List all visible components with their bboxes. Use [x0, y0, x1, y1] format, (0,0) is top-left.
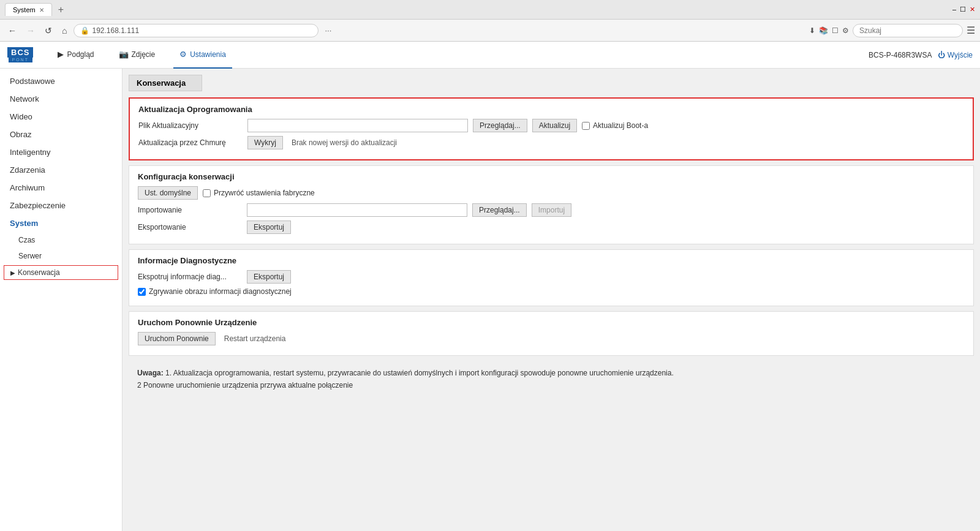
username-label: BCS-P-468R3WSA	[869, 51, 932, 59]
tab-ustawienia[interactable]: ⚙ Ustawienia	[173, 42, 232, 69]
logo-top: BCS	[7, 47, 33, 58]
przegladaj-importowanie-button[interactable]: Przeglądaj...	[472, 203, 527, 217]
tab-ustawienia-label: Ustawienia	[190, 50, 226, 59]
sidebar-item-obraz[interactable]: Obraz	[0, 126, 122, 143]
minimize-button[interactable]: –	[952, 6, 956, 13]
close-button[interactable]: ✕	[970, 6, 975, 13]
tab-icon[interactable]: ☐	[832, 26, 839, 35]
navbar-right: ⬇ 📚 ☐ ⚙	[809, 26, 849, 35]
importuj-button[interactable]: Importuj	[532, 203, 571, 217]
przegladaj-firmware-button[interactable]: Przeglądaj...	[473, 119, 527, 132]
ustawienia-icon: ⚙	[179, 50, 187, 59]
diagnostyczne-title: Informacje Diagnostyczne	[138, 256, 965, 265]
chmura-label: Aktualizacja przez Chmurę	[138, 138, 243, 147]
download-icon[interactable]: ⬇	[809, 26, 815, 35]
section-diagnostyczne: Informacje Diagnostyczne Ekspotruj infor…	[129, 249, 974, 306]
menu-icon[interactable]: ☰	[967, 24, 975, 36]
konfiguracja-title: Konfiguracja konserwacji	[138, 172, 965, 181]
importowanie-input[interactable]	[247, 203, 467, 217]
restore-button[interactable]: ☐	[960, 6, 966, 13]
plik-label: Plik Aktualizacyjny	[138, 121, 243, 130]
eksportowanie-label: Eksportowanie	[138, 223, 242, 232]
tab-close-icon[interactable]: ✕	[39, 7, 44, 13]
lock-icon: 🔒	[80, 26, 89, 35]
browser-tab[interactable]: System ✕	[5, 3, 52, 16]
settings-icon[interactable]: ⚙	[842, 26, 849, 35]
exit-icon: ⏻	[938, 51, 945, 59]
sidebar-item-wideo[interactable]: Wideo	[0, 108, 122, 126]
section-konfiguracja: Konfiguracja konserwacji Ust. domyślne P…	[129, 165, 974, 244]
forward-button[interactable]: →	[23, 24, 38, 37]
zgrywanie-row: Zgrywanie obrazu informacji diagnostyczn…	[138, 287, 965, 296]
restart-row: Uruchom Ponownie Restart urządzenia	[138, 332, 965, 345]
page-title: Konserwacja	[129, 75, 202, 91]
back-button[interactable]: ←	[5, 24, 20, 37]
app-header: BCS PONT ▶ Podgląd 📷 Zdjęcie ⚙ Ustawieni…	[0, 42, 980, 69]
plik-input[interactable]	[247, 119, 468, 132]
zgrywanie-checkbox-row: Zgrywanie obrazu informacji diagnostyczn…	[138, 287, 292, 296]
note-label: Uwaga:	[137, 369, 164, 377]
firmware-file-row: Plik Aktualizacyjny Przeglądaj... Aktual…	[138, 119, 964, 132]
boot-checkbox-row: Aktualizuj Boot-a	[582, 121, 648, 130]
restart-title: Uruchom Ponownie Urządzenie	[138, 318, 965, 327]
ust-default-row: Ust. domyślne Przywróć ustawienia fabryc…	[138, 186, 965, 200]
konserwacja-arrow: ▶	[10, 269, 15, 276]
firmware-title: Aktualizacja Oprogramowania	[138, 105, 964, 114]
logo-bottom: PONT	[9, 58, 32, 62]
sidebar-subitem-czas[interactable]: Czas	[0, 232, 122, 248]
browser-titlebar: System ✕ + – ☐ ✕	[0, 0, 980, 20]
note-line1: 1. Aktualizacja oprogramowania, restart …	[165, 369, 674, 377]
chmura-row: Aktualizacja przez Chmurę Wykryj Brak no…	[138, 136, 964, 149]
sidebar-subitem-konserwacja[interactable]: ▶ Konserwacja	[4, 265, 118, 280]
browser-navbar: ← → ↺ ⌂ 🔒 192.168.1.111 ··· ⬇ 📚 ☐ ⚙ ☰	[0, 20, 980, 42]
tab-podglad[interactable]: ▶ Podgląd	[51, 42, 100, 69]
ust-domyslne-button[interactable]: Ust. domyślne	[138, 186, 198, 200]
importowanie-label: Importowanie	[138, 206, 242, 214]
main-layout: Podstawowe Network Wideo Obraz Inteligen…	[0, 69, 980, 531]
exit-button[interactable]: ⏻ Wyjście	[938, 51, 973, 59]
przywroc-label: Przywróć ustawienia fabryczne	[214, 189, 315, 197]
zdjecie-icon: 📷	[119, 50, 129, 59]
section-firmware: Aktualizacja Oprogramowania Plik Aktuali…	[129, 97, 974, 160]
address-bar[interactable]: 🔒 192.168.1.111	[74, 24, 318, 37]
more-options-icon[interactable]: ···	[325, 26, 331, 35]
wykryj-button[interactable]: Wykryj	[247, 136, 283, 149]
tab-zdjecie-label: Zdjęcie	[132, 50, 156, 59]
new-tab-button[interactable]: +	[56, 4, 66, 15]
zgrywanie-checkbox[interactable]	[138, 288, 146, 296]
sidebar-item-zdarzenia[interactable]: Zdarzenia	[0, 161, 122, 179]
brak-wersji-text: Brak nowej wersji do aktualizacji	[292, 138, 397, 147]
zgrywanie-label: Zgrywanie obrazu informacji diagnostyczn…	[149, 287, 292, 296]
sidebar-item-system[interactable]: System	[0, 214, 122, 232]
section-restart: Uruchom Ponownie Urządzenie Uruchom Pono…	[129, 311, 974, 356]
reload-button[interactable]: ↺	[42, 24, 55, 37]
tab-zdjecie[interactable]: 📷 Zdjęcie	[113, 42, 162, 69]
exit-label: Wyjście	[948, 51, 973, 59]
eksportowanie-row: Eksportowanie Eksportuj	[138, 220, 965, 234]
restart-label: Restart urządzenia	[224, 334, 286, 343]
bookmarks-icon[interactable]: 📚	[819, 26, 828, 35]
sidebar-item-inteligentny[interactable]: Inteligentny	[0, 143, 122, 161]
przywroc-checkbox[interactable]	[203, 189, 211, 197]
tab-title: System	[13, 6, 36, 13]
content-area: Konserwacja Aktualizacja Oprogramowania …	[123, 69, 980, 531]
header-right: BCS-P-468R3WSA ⏻ Wyjście	[869, 51, 973, 59]
search-input[interactable]	[853, 24, 963, 37]
logo: BCS PONT	[7, 47, 33, 62]
sidebar-subitem-serwer[interactable]: Serwer	[0, 248, 122, 264]
eksportuj-diag-label: Ekspotruj informacje diag...	[138, 273, 242, 281]
eksportuj-konfiguracja-button[interactable]: Eksportuj	[247, 220, 291, 234]
sidebar-item-network[interactable]: Network	[0, 90, 122, 108]
sidebar-item-zabezpieczenie[interactable]: Zabezpieczenie	[0, 197, 122, 214]
sidebar-item-podstawowe[interactable]: Podstawowe	[0, 72, 122, 90]
note-line2: 2 Ponowne uruchomienie urządzenia przryw…	[137, 381, 353, 390]
aktualizuj-button[interactable]: Aktualizuj	[532, 119, 577, 132]
uruchom-ponownie-button[interactable]: Uruchom Ponownie	[138, 332, 216, 345]
sidebar: Podstawowe Network Wideo Obraz Inteligen…	[0, 69, 123, 531]
tab-podglad-label: Podgląd	[67, 50, 94, 59]
aktualizuj-boot-checkbox[interactable]	[582, 122, 590, 130]
home-button[interactable]: ⌂	[59, 24, 70, 37]
eksportuj-diag-button[interactable]: Eksportuj	[247, 270, 291, 284]
sidebar-item-archiwum[interactable]: Archiwum	[0, 179, 122, 197]
importowanie-row: Importowanie Przeglądaj... Importuj	[138, 203, 965, 217]
